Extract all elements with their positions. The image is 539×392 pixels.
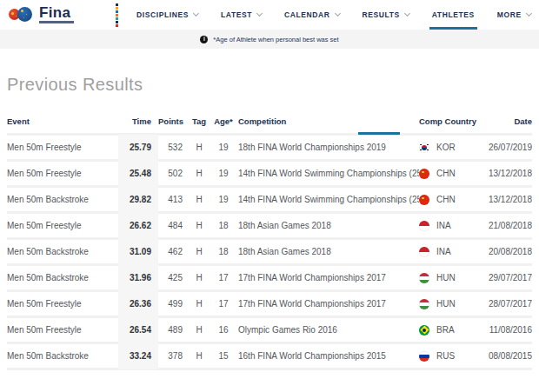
tag-cell: H (188, 325, 210, 335)
date-cell: 21/08/2018 (475, 221, 532, 230)
tag-cell: H (188, 221, 210, 230)
country-flag-icon (419, 351, 429, 362)
country-flag-icon (419, 143, 429, 153)
country-code: RUS (436, 351, 455, 361)
time-cell: 29.82 (118, 187, 158, 213)
age-footnote: *Age of Athlete when personal best was s… (213, 36, 338, 43)
age-cell: 17 (210, 273, 236, 282)
table-row[interactable]: Men 50m Freestyle 26.54 489 H 16 Olympic… (7, 318, 532, 344)
time-cell: 25.48 (118, 161, 158, 187)
nav-item-results[interactable]: RESULTS (351, 0, 421, 30)
page-title: Previous Results (7, 75, 532, 95)
col-header-date: Date (475, 116, 532, 126)
event-cell: Men 50m Freestyle (7, 169, 118, 178)
country-flag-icon (419, 247, 429, 257)
chevron-down-icon (193, 10, 199, 17)
points-cell: 532 (158, 143, 188, 152)
nav-item-athletes[interactable]: ATHLETES (421, 0, 486, 30)
fina-logo[interactable]: Fina (9, 6, 74, 23)
country-flag-icon (419, 221, 429, 231)
points-cell: 378 (158, 351, 188, 361)
event-cell: Men 50m Freestyle (7, 299, 118, 309)
nav-item-calendar[interactable]: CALENDAR (273, 0, 351, 30)
col-header-age: Age* (210, 116, 236, 126)
event-cell: Men 50m Backstroke (7, 351, 118, 361)
competition-cell: 18th FINA World Championships 2019 (236, 143, 419, 152)
comp-country-cell: INA (419, 221, 475, 231)
page: Fina DISCIPLINES LATEST CALENDAR RESULTS (0, 0, 539, 392)
previous-results-table: Event Time Points Tag Age* Competition C… (7, 109, 532, 370)
table-row[interactable]: Men 50m Backstroke 29.82 413 H 19 14th F… (7, 188, 532, 214)
comp-country-cell: INA (419, 247, 475, 257)
event-cell: Men 50m Backstroke (7, 195, 118, 204)
country-code: KOR (436, 143, 456, 152)
date-cell: 29/07/2017 (475, 273, 532, 282)
fina-globe-icon (9, 7, 35, 23)
date-cell: 28/07/2017 (475, 299, 532, 309)
tag-cell: H (188, 247, 210, 256)
date-cell: 11/08/2016 (475, 325, 532, 335)
table-row[interactable]: Men 50m Backstroke 31.09 462 H 18 18th A… (7, 240, 532, 266)
tag-cell: H (188, 143, 210, 152)
age-cell: 18 (210, 247, 236, 256)
country-flag-icon (419, 195, 429, 205)
country-code: BRA (436, 325, 455, 335)
nav-item-latest[interactable]: LATEST (210, 0, 273, 30)
event-cell: Men 50m Freestyle (7, 143, 118, 152)
age-cell: 17 (210, 299, 236, 309)
main-nav: DISCIPLINES LATEST CALENDAR RESULTS ATHL… (125, 0, 539, 30)
comp-country-cell: CHN (419, 195, 475, 205)
country-flag-icon (419, 325, 429, 336)
competition-cell: 14th FINA World Swimming Championships (… (236, 169, 419, 178)
table-row[interactable]: Men 50m Backstroke 33.24 378 H 15 16th F… (7, 344, 532, 370)
time-cell: 31.96 (118, 265, 158, 291)
comp-country-cell: BRA (419, 325, 475, 336)
event-cell: Men 50m Backstroke (7, 273, 118, 282)
chevron-down-icon (334, 10, 340, 17)
comp-country-cell: HUN (419, 299, 475, 309)
table-row[interactable]: Men 50m Freestyle 26.62 484 H 18 18th As… (7, 214, 532, 240)
date-cell: 13/12/2018 (475, 169, 532, 178)
table-row[interactable]: Men 50m Backstroke 31.96 425 H 17 17th F… (7, 266, 532, 292)
nav-item-more[interactable]: MORE (486, 0, 539, 30)
comp-country-cell: CHN (419, 169, 475, 179)
age-cell: 19 (210, 195, 236, 204)
main-content: Previous Results Event Time Points Tag A… (0, 75, 539, 370)
event-cell: Men 50m Freestyle (7, 325, 118, 335)
country-code: CHN (436, 169, 456, 178)
table-row[interactable]: Men 50m Freestyle 25.48 502 H 19 14th FI… (7, 162, 532, 188)
col-header-competition: Competition (236, 116, 419, 126)
col-header-event: Event (7, 116, 118, 126)
table-row[interactable]: Men 50m Freestyle 26.36 499 H 17 17th FI… (7, 292, 532, 318)
competition-cell: 17th FINA World Championships 2017 (236, 273, 419, 282)
date-cell: 13/12/2018 (475, 195, 532, 204)
points-cell: 462 (158, 247, 188, 256)
top-navigation-bar: Fina DISCIPLINES LATEST CALENDAR RESULTS (0, 0, 539, 30)
info-strip: i *Age of Athlete when personal best was… (0, 30, 539, 49)
points-cell: 499 (158, 299, 188, 309)
age-cell: 19 (210, 169, 236, 178)
comp-country-cell: KOR (419, 143, 475, 153)
time-cell: 31.09 (118, 239, 158, 265)
table-row[interactable]: Men 50m Freestyle 25.79 532 H 19 18th FI… (7, 136, 532, 162)
time-cell: 33.24 (118, 343, 158, 369)
points-cell: 484 (158, 221, 188, 230)
competition-cell: 18th Asian Games 2018 (236, 221, 419, 230)
points-cell: 489 (158, 325, 188, 335)
points-cell: 502 (158, 169, 188, 178)
info-icon: i (200, 36, 208, 43)
tag-cell: H (188, 195, 210, 204)
tag-cell: H (188, 299, 210, 309)
country-code: CHN (436, 195, 456, 204)
time-cell: 26.62 (118, 213, 158, 239)
table-header-row: Event Time Points Tag Age* Competition C… (7, 109, 532, 133)
table-scroll-indicator[interactable] (358, 132, 400, 135)
country-code: HUN (436, 273, 456, 282)
age-cell: 19 (210, 143, 236, 152)
col-header-points: Points (158, 116, 188, 126)
date-cell: 26/07/2019 (475, 143, 532, 152)
nav-item-disciplines[interactable]: DISCIPLINES (125, 0, 210, 30)
col-header-comp-country: Comp Country (419, 116, 475, 126)
comp-country-cell: HUN (419, 273, 475, 283)
country-flag-icon (419, 299, 429, 309)
